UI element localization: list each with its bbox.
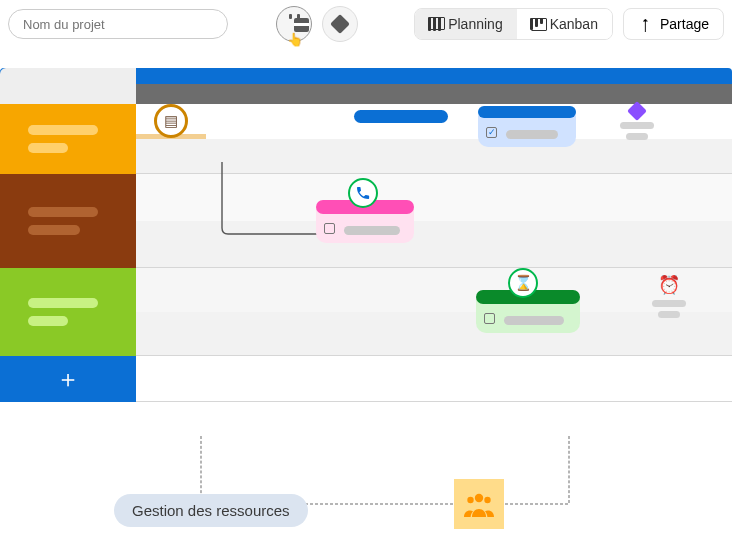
resources-label: Gestion des ressources <box>132 502 290 519</box>
phone-badge <box>348 178 378 208</box>
book-badge: ▤ <box>154 104 188 138</box>
tab-planning-label: Planning <box>448 16 503 32</box>
group-row-orange[interactable] <box>0 104 136 174</box>
resource-dashed-connector <box>200 436 202 503</box>
tab-kanban[interactable]: Kanban <box>517 9 612 39</box>
group-title-placeholder <box>28 298 98 308</box>
alarm-icon: ⏰ <box>658 274 680 296</box>
plus-icon: ＋ <box>56 363 80 395</box>
group-title-placeholder <box>28 125 98 135</box>
milestone-purple[interactable] <box>620 104 654 140</box>
upload-icon: ⭡ <box>638 17 653 32</box>
resources-people-box[interactable] <box>454 479 504 529</box>
resource-dashed-connector <box>568 436 570 503</box>
group-row-green[interactable] <box>0 268 136 356</box>
gantt-left-column: ＋ <box>0 68 136 402</box>
checkbox-icon[interactable] <box>324 223 335 234</box>
group-subtitle-placeholder <box>28 316 68 326</box>
kanban-icon <box>531 18 543 31</box>
tab-planning[interactable]: Planning <box>415 9 517 39</box>
svg-point-2 <box>484 497 490 503</box>
gantt-canvas[interactable]: ▤ <box>136 104 732 175</box>
share-label: Partage <box>660 16 709 32</box>
group-subtitle-placeholder <box>28 225 80 235</box>
diamond-icon <box>330 14 350 34</box>
group-subtitle-placeholder <box>28 143 68 153</box>
group-row-brown[interactable] <box>0 174 136 268</box>
checkbox-icon[interactable] <box>484 313 495 324</box>
milestone-create-button[interactable] <box>322 6 358 42</box>
group-title-placeholder <box>28 207 98 217</box>
hourglass-icon: ⌛ <box>514 274 533 292</box>
svg-point-1 <box>467 497 473 503</box>
people-icon <box>464 491 494 517</box>
task-bar-blue[interactable] <box>354 110 448 123</box>
milestone-alarm[interactable]: ⏰ <box>652 274 686 318</box>
book-icon: ▤ <box>164 112 178 130</box>
resources-tag[interactable]: Gestion des ressources <box>114 494 308 527</box>
hourglass-badge: ⌛ <box>508 268 538 298</box>
diamond-icon <box>627 101 647 121</box>
task-card-blue[interactable] <box>478 106 576 147</box>
planning-icon <box>429 17 441 31</box>
create-bar-placeholder <box>238 9 266 39</box>
phone-icon <box>355 185 371 201</box>
share-button[interactable]: ⭡ Partage <box>623 8 724 40</box>
pointer-cursor-icon: 👆 <box>287 32 303 47</box>
add-group-button[interactable]: ＋ <box>0 356 136 402</box>
tab-kanban-label: Kanban <box>550 16 598 32</box>
project-name-input[interactable] <box>8 9 228 39</box>
left-header-cell <box>0 68 136 104</box>
top-toolbar: 👆 Planning Kanban ⭡ Partage <box>0 0 732 48</box>
svg-point-0 <box>475 494 483 502</box>
checkbox-done-icon[interactable] <box>486 127 497 138</box>
view-switcher: Planning Kanban <box>414 8 613 40</box>
calendar-create-button[interactable]: 👆 <box>276 6 312 42</box>
